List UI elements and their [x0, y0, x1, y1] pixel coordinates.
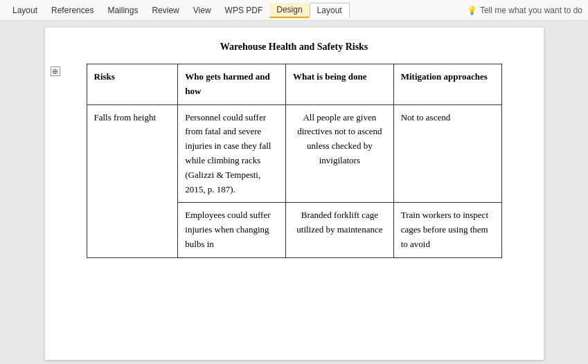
cell-what-falls: All people are given directives not to a… [286, 104, 394, 203]
cell-what-falls2: Branded forklift cage utilized by mainte… [286, 203, 394, 257]
header-what: What is being done [286, 64, 394, 105]
table-header-row: Risks Who gets harmed and how What is be… [87, 64, 501, 105]
table-row: Falls from height Personnel could suffer… [87, 104, 501, 203]
header-mitigation: Mitigation approaches [393, 64, 501, 105]
menu-bar: Layout References Mailings Review View W… [0, 0, 588, 21]
menu-design[interactable]: Design [269, 3, 309, 18]
menu-layout-tab[interactable]: Layout [310, 3, 350, 18]
menu-layout[interactable]: Layout [6, 3, 44, 17]
header-risks: Risks [87, 64, 178, 105]
menu-view[interactable]: View [186, 3, 218, 17]
cell-mitigation-falls: Not to ascend [393, 104, 501, 203]
risk-table: Risks Who gets harmed and how What is be… [87, 64, 502, 258]
cell-who-falls: Personnel could suffer from fatal and se… [178, 104, 286, 203]
menu-mailings[interactable]: Mailings [100, 3, 145, 17]
document-area: Warehouse Health and Safety Risks ⊕ Risk… [0, 21, 588, 364]
table-expand-icon[interactable]: ⊕ [51, 66, 60, 76]
lightbulb-icon: 💡 [467, 6, 477, 15]
menu-references[interactable]: References [44, 3, 100, 17]
tell-me-text: Tell me what you want to do [480, 6, 582, 15]
page-title: Warehouse Health and Safety Risks [87, 42, 502, 53]
menu-review[interactable]: Review [145, 3, 186, 17]
cell-risk-falls: Falls from height [87, 104, 178, 257]
page: Warehouse Health and Safety Risks ⊕ Risk… [45, 28, 544, 360]
header-who: Who gets harmed and how [178, 64, 286, 105]
cell-mitigation-falls2: Train workers to inspect cages before us… [393, 203, 501, 257]
menu-wps-pdf[interactable]: WPS PDF [218, 3, 270, 17]
tell-me-box[interactable]: 💡 Tell me what you want to do [467, 6, 582, 15]
cell-who-falls2: Employees could suffer injuries when cha… [178, 203, 286, 257]
